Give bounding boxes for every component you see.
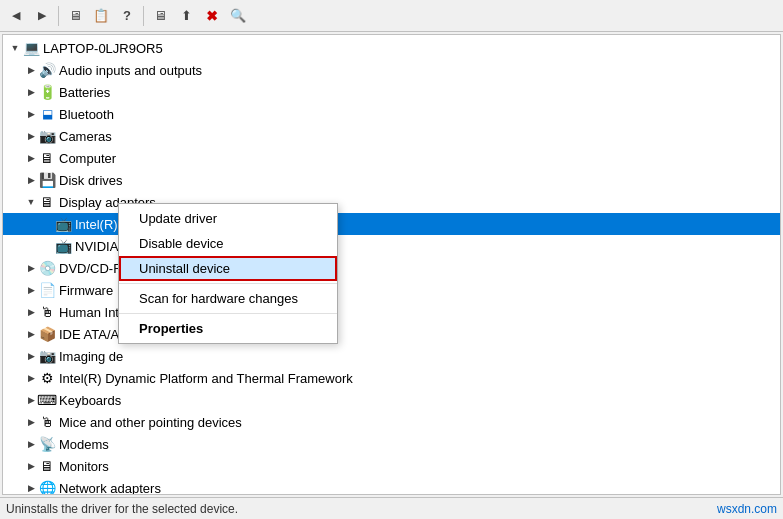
- imaging-label: Imaging de: [59, 349, 780, 364]
- root-icon: 💻: [23, 40, 39, 56]
- context-menu-disable-device[interactable]: Disable device: [119, 231, 337, 256]
- computer-btn[interactable]: 🖥: [63, 4, 87, 28]
- context-menu-sep1: [119, 283, 337, 284]
- toolbar-separator-1: [58, 6, 59, 26]
- modems-icon: 📡: [39, 436, 55, 452]
- nvidia-icon: 📺: [55, 238, 71, 254]
- context-menu: Update driver Disable device Uninstall d…: [118, 203, 338, 344]
- forward-button[interactable]: ▶: [30, 4, 54, 28]
- context-menu-properties[interactable]: Properties: [119, 316, 337, 341]
- humaninterface-icon: 🖱: [39, 304, 55, 320]
- properties-label: Properties: [139, 321, 203, 336]
- show-hidden-btn[interactable]: 🖥: [148, 4, 172, 28]
- tree-item-batteries[interactable]: 🔋 Batteries: [3, 81, 780, 103]
- tree-item-network[interactable]: 🌐 Network adapters: [3, 477, 780, 494]
- firmware-icon: 📄: [39, 282, 55, 298]
- tree-item-modems[interactable]: 📡 Modems: [3, 433, 780, 455]
- bluetooth-label: Bluetooth: [59, 107, 780, 122]
- monitors-label: Monitors: [59, 459, 780, 474]
- ideata-icon: 📦: [39, 326, 55, 342]
- bluetooth-arrow: [23, 106, 39, 122]
- tree-item-audio[interactable]: 🔊 Audio inputs and outputs: [3, 59, 780, 81]
- help-btn[interactable]: ?: [115, 4, 139, 28]
- mice-icon: 🖱: [39, 414, 55, 430]
- tree-item-inteldynamic[interactable]: ⚙ Intel(R) Dynamic Platform and Thermal …: [3, 367, 780, 389]
- properties-btn[interactable]: 📋: [89, 4, 113, 28]
- statusbar: Uninstalls the driver for the selected d…: [0, 497, 783, 519]
- firmware-arrow: [23, 282, 39, 298]
- monitors-icon: 🖥: [39, 458, 55, 474]
- tree-item-keyboards[interactable]: ⌨ Keyboards: [3, 389, 780, 411]
- displayadapters-icon: 🖥: [39, 194, 55, 210]
- diskdrives-arrow: [23, 172, 39, 188]
- computer-icon: 🖥: [39, 150, 55, 166]
- keyboards-label: Keyboards: [59, 393, 780, 408]
- modems-label: Modems: [59, 437, 780, 452]
- tree-item-diskdrives[interactable]: 💾 Disk drives: [3, 169, 780, 191]
- mice-label: Mice and other pointing devices: [59, 415, 780, 430]
- tree-item-computer[interactable]: 🖥 Computer: [3, 147, 780, 169]
- uninstall-device-label: Uninstall device: [139, 261, 230, 276]
- dvd-arrow: [23, 260, 39, 276]
- cameras-arrow: [23, 128, 39, 144]
- intel-arrow: [39, 216, 55, 232]
- update-driver-btn[interactable]: ⬆: [174, 4, 198, 28]
- context-menu-uninstall-device[interactable]: Uninstall device: [119, 256, 337, 281]
- audio-label: Audio inputs and outputs: [59, 63, 780, 78]
- monitors-arrow: [23, 458, 39, 474]
- imaging-icon: 📷: [39, 348, 55, 364]
- displayadapters-arrow: [23, 194, 39, 210]
- tree-item-mice[interactable]: 🖱 Mice and other pointing devices: [3, 411, 780, 433]
- nvidia-arrow: [39, 238, 55, 254]
- scan-hardware-label: Scan for hardware changes: [139, 291, 298, 306]
- cameras-label: Cameras: [59, 129, 780, 144]
- disable-device-label: Disable device: [139, 236, 224, 251]
- computer-label: Computer: [59, 151, 780, 166]
- context-menu-sep2: [119, 313, 337, 314]
- context-menu-scan-hardware[interactable]: Scan for hardware changes: [119, 286, 337, 311]
- network-icon: 🌐: [39, 480, 55, 494]
- context-menu-update-driver[interactable]: Update driver: [119, 206, 337, 231]
- audio-icon: 🔊: [39, 62, 55, 78]
- uninstall-btn[interactable]: ✖: [200, 4, 224, 28]
- dvd-icon: 💿: [39, 260, 55, 276]
- tree-item-cameras[interactable]: 📷 Cameras: [3, 125, 780, 147]
- statusbar-text: Uninstalls the driver for the selected d…: [6, 502, 238, 516]
- batteries-label: Batteries: [59, 85, 780, 100]
- tree-item-bluetooth[interactable]: ⬓ Bluetooth: [3, 103, 780, 125]
- root-expand-arrow: [7, 40, 23, 56]
- inteldynamic-arrow: [23, 370, 39, 386]
- back-button[interactable]: ◀: [4, 4, 28, 28]
- tree-root[interactable]: 💻 LAPTOP-0LJR9OR5: [3, 37, 780, 59]
- bluetooth-icon: ⬓: [39, 106, 55, 122]
- toolbar-separator-2: [143, 6, 144, 26]
- computer-arrow: [23, 150, 39, 166]
- batteries-arrow: [23, 84, 39, 100]
- diskdrives-label: Disk drives: [59, 173, 780, 188]
- statusbar-brand: wsxdn.com: [717, 502, 777, 516]
- main-panel: 💻 LAPTOP-0LJR9OR5 🔊 Audio inputs and out…: [2, 34, 781, 495]
- ideata-arrow: [23, 326, 39, 342]
- humaninterface-arrow: [23, 304, 39, 320]
- diskdrives-icon: 💾: [39, 172, 55, 188]
- network-arrow: [23, 480, 39, 494]
- cameras-icon: 📷: [39, 128, 55, 144]
- modems-arrow: [23, 436, 39, 452]
- imaging-arrow: [23, 348, 39, 364]
- network-label: Network adapters: [59, 481, 780, 495]
- inteldynamic-icon: ⚙: [39, 370, 55, 386]
- tree-item-imaging[interactable]: 📷 Imaging de: [3, 345, 780, 367]
- root-label: LAPTOP-0LJR9OR5: [43, 41, 780, 56]
- scan-btn[interactable]: 🔍: [226, 4, 250, 28]
- inteldynamic-label: Intel(R) Dynamic Platform and Thermal Fr…: [59, 371, 780, 386]
- audio-arrow: [23, 62, 39, 78]
- update-driver-label: Update driver: [139, 211, 217, 226]
- tree-item-monitors[interactable]: 🖥 Monitors: [3, 455, 780, 477]
- toolbar: ◀ ▶ 🖥 📋 ? 🖥 ⬆ ✖ 🔍: [0, 0, 783, 32]
- mice-arrow: [23, 414, 39, 430]
- intel-icon: 📺: [55, 216, 71, 232]
- batteries-icon: 🔋: [39, 84, 55, 100]
- keyboards-icon: ⌨: [39, 392, 55, 408]
